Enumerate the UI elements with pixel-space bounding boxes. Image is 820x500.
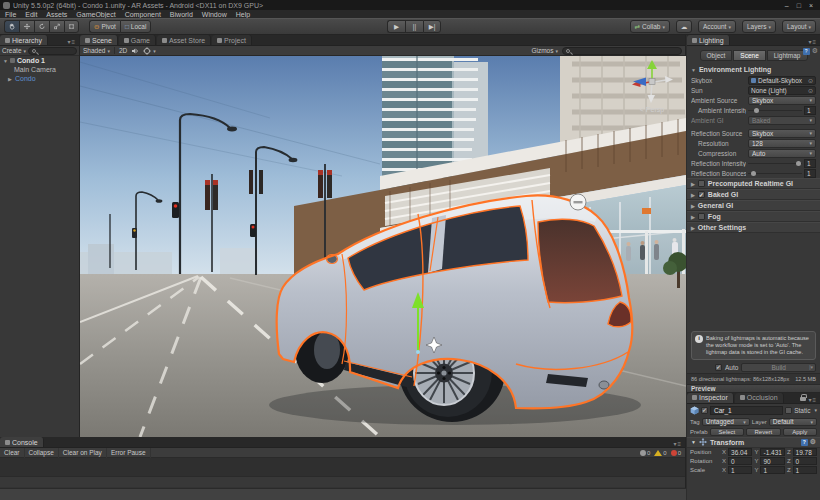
tab-asset-store[interactable]: Asset Store (157, 35, 211, 45)
scale-z-field[interactable]: 1 (793, 466, 817, 474)
tag-dropdown[interactable]: Untagged ▾ (702, 418, 750, 426)
reflection-bounces-slider[interactable] (748, 170, 802, 177)
lock-icon[interactable] (800, 397, 806, 401)
tab-project[interactable]: Project (212, 35, 252, 45)
transform-header[interactable]: ▼ Transform ? ⚙ (687, 437, 820, 448)
error-count-toggle[interactable]: 0 (671, 450, 681, 456)
preview-bar[interactable]: Preview (687, 384, 820, 393)
error-pause-button[interactable]: Error Pause (107, 448, 151, 458)
account-dropdown[interactable]: Account ▾ (698, 20, 736, 33)
reflection-source-dropdown[interactable]: Skybox ▾ (748, 129, 816, 138)
menu-assets[interactable]: Assets (46, 11, 67, 18)
sun-object-field[interactable]: None (Light) ⊙ (748, 86, 816, 95)
clear-button[interactable]: Clear (0, 448, 25, 458)
move-tool-button[interactable] (19, 20, 34, 33)
collapse-button[interactable]: Collapse (25, 448, 59, 458)
maximize-button[interactable]: □ (797, 2, 801, 9)
warning-count-toggle[interactable]: 0 (654, 450, 666, 456)
layers-dropdown[interactable]: Layers ▾ (742, 20, 776, 33)
comment-gizmo-icon[interactable] (570, 194, 586, 210)
local-toggle-button[interactable]: □ Local (120, 20, 151, 33)
tab-hierarchy[interactable]: Hierarchy (0, 35, 48, 45)
help-icon[interactable]: ? (801, 439, 808, 446)
scene-viewport[interactable]: < Persp (80, 56, 686, 437)
tab-inspector[interactable]: Inspector (687, 393, 734, 403)
step-button[interactable]: ▶| (423, 20, 441, 33)
scene-search-input[interactable] (562, 47, 682, 55)
gizmos-dropdown[interactable]: Gizmos ▾ (531, 47, 558, 54)
panel-menu-icon[interactable]: ▾≡ (808, 38, 820, 45)
build-button[interactable]: Build |▾ (741, 363, 816, 372)
gear-icon[interactable]: ⚙ (810, 438, 816, 446)
panel-menu-icon[interactable]: ▾≡ (808, 396, 817, 403)
compression-dropdown[interactable]: Auto ▾ (748, 149, 816, 158)
rotation-x-field[interactable]: 0 (728, 457, 752, 465)
close-button[interactable]: × (809, 2, 813, 9)
ambient-intensity-field[interactable]: 1 (804, 106, 816, 115)
fog-checkbox[interactable]: ✓ (698, 213, 705, 220)
lighting-subtab-scene[interactable]: Scene (733, 50, 765, 61)
console-log-area[interactable] (0, 458, 685, 477)
skybox-object-field[interactable]: Default-Skybox ⊙ (748, 76, 816, 85)
minimize-button[interactable]: – (785, 2, 789, 9)
scale-x-field[interactable]: 1 (728, 466, 752, 474)
section-baked-gi[interactable]: ▶ ✓ Baked GI (687, 189, 820, 200)
section-fog[interactable]: ▶ ✓ Fog (687, 211, 820, 222)
section-other-settings[interactable]: ▶ Other Settings (687, 222, 820, 233)
prefab-select-button[interactable]: Select (710, 428, 744, 436)
lighting-subtab-object[interactable]: Object (700, 50, 733, 61)
resolution-dropdown[interactable]: 128 ▾ (748, 139, 816, 148)
menu-component[interactable]: Component (125, 11, 161, 18)
menu-window[interactable]: Window (202, 11, 227, 18)
prefab-apply-button[interactable]: Apply (783, 428, 817, 436)
active-checkbox[interactable]: ✓ (701, 407, 708, 414)
prefab-revert-button[interactable]: Revert (746, 428, 780, 436)
tab-lighting[interactable]: Lighting (687, 35, 730, 45)
reflection-intensity-slider[interactable] (748, 160, 802, 167)
tab-game[interactable]: Game (119, 35, 156, 45)
pivot-toggle-button[interactable]: ⊙ Pivot (89, 20, 120, 33)
panel-menu-icon[interactable]: ▾≡ (67, 38, 79, 45)
reflection-intensity-field[interactable]: 1 (804, 159, 816, 168)
hand-tool-button[interactable] (4, 20, 19, 33)
lighting-subtab-lightmap[interactable]: Lightmap (767, 50, 808, 61)
help-icon[interactable]: ? (803, 48, 810, 55)
info-count-toggle[interactable]: 0 (640, 450, 650, 456)
hierarchy-item-condo[interactable]: ▶ Condo (0, 74, 79, 83)
clear-on-play-button[interactable]: Clear on Play (59, 448, 107, 458)
layout-dropdown[interactable]: Layout ▾ (782, 20, 816, 33)
foldout-closed-icon[interactable]: ▶ (8, 76, 13, 82)
position-x-field[interactable]: 36.04 (728, 448, 752, 456)
menu-help[interactable]: Help (236, 11, 250, 18)
menu-gameobject[interactable]: GameObject (76, 11, 115, 18)
position-y-field[interactable]: -1.431 (760, 448, 784, 456)
2d-toggle[interactable]: 2D (119, 47, 127, 54)
layer-dropdown[interactable]: Default ▾ (769, 418, 817, 426)
rotation-z-field[interactable]: 0 (793, 457, 817, 465)
tab-console[interactable]: Console (0, 437, 44, 447)
rotation-y-field[interactable]: 90 (760, 457, 784, 465)
auto-checkbox[interactable]: ✓ (715, 364, 722, 371)
hierarchy-search-input[interactable] (28, 47, 77, 55)
baked-gi-checkbox[interactable]: ✓ (698, 191, 705, 198)
section-general-gi[interactable]: ▶ General GI (687, 200, 820, 211)
reflection-bounces-field[interactable]: 1 (804, 169, 816, 178)
persp-label[interactable]: < Persp (640, 106, 664, 114)
object-picker-icon[interactable]: ⊙ (808, 77, 813, 84)
scale-tool-button[interactable] (49, 20, 64, 33)
panel-menu-icon[interactable]: ▾≡ (673, 440, 685, 447)
hierarchy-item-main-camera[interactable]: Main Camera (0, 65, 79, 74)
pause-button[interactable]: || (405, 20, 423, 33)
tab-scene[interactable]: Scene (80, 35, 118, 45)
console-log-row[interactable] (0, 477, 685, 487)
menu-edit[interactable]: Edit (25, 11, 37, 18)
object-picker-icon[interactable]: ⊙ (808, 87, 813, 94)
play-button[interactable]: ▶ (387, 20, 405, 33)
collab-button[interactable]: ⇄ Collab ▾ (630, 20, 670, 33)
precomputed-gi-checkbox[interactable]: ✓ (698, 180, 705, 187)
hierarchy-scene-row[interactable]: ▼ Condo 1 (0, 56, 79, 65)
effects-dropdown[interactable]: ▾ (143, 47, 156, 55)
scale-y-field[interactable]: 1 (760, 466, 784, 474)
rect-tool-button[interactable] (64, 20, 79, 33)
audio-toggle[interactable] (131, 47, 139, 55)
